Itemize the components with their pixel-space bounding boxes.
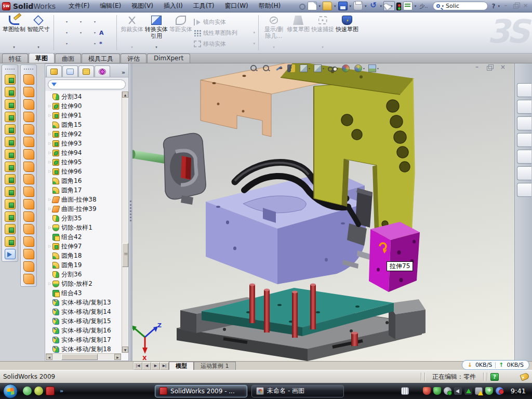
view-orientation-icon[interactable]: [300, 64, 308, 72]
delete-face-icon[interactable]: [23, 224, 34, 234]
planar-surface-icon[interactable]: [23, 162, 34, 172]
defender-shield-icon[interactable]: [485, 387, 493, 395]
knit-surface-icon[interactable]: [23, 137, 34, 147]
model-3d-view[interactable]: Y Z X: [132, 63, 514, 361]
sync-status-icon[interactable]: [496, 387, 503, 395]
combine-bodies-icon[interactable]: [5, 174, 16, 184]
feature-manager-tab[interactable]: [46, 65, 62, 77]
move-copy-body-icon[interactable]: [5, 199, 16, 209]
toolbar-row-button[interactable]: 移动实体▾: [194, 39, 255, 48]
doc-minimize-button[interactable]: –: [473, 64, 481, 71]
menu-item[interactable]: 插入(I): [159, 1, 188, 11]
ribbon-tab[interactable]: 草图: [29, 53, 55, 63]
apply-scene-icon[interactable]: [354, 64, 362, 72]
toolbar-button[interactable]: 快速捕捉: [311, 14, 335, 50]
feature-tree-item[interactable]: 实体-移动/复制13: [47, 298, 122, 307]
expand-arrow-icon[interactable]: ▷: [47, 104, 52, 108]
tree-filter-input[interactable]: [48, 79, 126, 89]
scrollbar-thumb[interactable]: [61, 354, 98, 360]
hide-show-items-icon[interactable]: [328, 64, 336, 72]
save-icon[interactable]: [338, 2, 348, 10]
print-icon[interactable]: [353, 2, 363, 10]
security-shield-icon[interactable]: [433, 387, 441, 395]
ribbon-tab[interactable]: 特征: [2, 54, 28, 63]
model-tab[interactable]: 运动算例 1: [194, 362, 236, 370]
feature-tree-item[interactable]: ▷拉伸95: [47, 157, 122, 167]
configuration-manager-tab[interactable]: [78, 65, 94, 77]
[object Object]-icon[interactable]: [71, 18, 79, 25]
feature-tree-item[interactable]: 分割36: [47, 270, 122, 279]
feature-tree-item[interactable]: ▷切除-放样2: [47, 279, 122, 288]
feature-tree-item[interactable]: 实体-移动/复制16: [47, 326, 122, 335]
toolbar-button[interactable]: 显示/删除几...: [262, 14, 286, 50]
feature-tree-item[interactable]: 组合43: [47, 288, 122, 298]
taskbar-task-button[interactable]: 未命名 - 画图: [251, 385, 344, 397]
[object Object]-icon[interactable]: [85, 40, 94, 47]
feature-tree-item[interactable]: 实体-移动/复制17: [47, 335, 122, 344]
custom-properties-icon[interactable]: [517, 183, 531, 197]
toolbar-button[interactable]: 剪裁实体: [120, 14, 144, 50]
select-tool-button[interactable]: ▾: [383, 1, 395, 11]
part-rail-right[interactable]: [389, 299, 425, 339]
feature-tree-item[interactable]: ▷曲面-拉伸39: [47, 204, 122, 214]
extrude-cut-icon[interactable]: [5, 87, 16, 97]
swept-surface-icon[interactable]: [23, 74, 34, 85]
expand-arrow-icon[interactable]: ▷: [47, 225, 52, 230]
doc-restore-button[interactable]: [486, 64, 494, 71]
feature-tree-item[interactable]: 分割34: [47, 92, 122, 101]
keyboard-icon[interactable]: [401, 387, 409, 395]
surface-flange-icon[interactable]: [23, 174, 34, 184]
[object Object]-icon[interactable]: [71, 29, 79, 36]
zoom-fit-icon[interactable]: [250, 64, 258, 72]
toolbar-row-button[interactable]: 镜向实体: [194, 17, 255, 26]
feature-tree-item[interactable]: ▷拉伸91: [47, 111, 122, 120]
expand-arrow-icon[interactable]: ▷: [47, 282, 52, 286]
upload-status-icon[interactable]: [464, 387, 472, 395]
display-style-icon[interactable]: [314, 64, 322, 72]
curved-surface-icon[interactable]: [23, 199, 34, 209]
feature-tree-item[interactable]: ▷拉伸93: [47, 139, 122, 148]
close-button[interactable]: ×: [521, 2, 530, 10]
cut-with-surface-icon[interactable]: [23, 211, 34, 222]
[object Object]-icon[interactable]: *: [99, 40, 108, 47]
part-clamp-unit[interactable]: [164, 134, 206, 205]
edit-appearance-icon[interactable]: [342, 64, 350, 72]
dimxpert-manager-tab[interactable]: [95, 65, 110, 77]
extend-surface-icon[interactable]: [23, 99, 34, 110]
reference-geometry-icon[interactable]: [23, 261, 34, 272]
quick-tips-icon[interactable]: ?: [490, 373, 499, 381]
undo-icon[interactable]: [369, 2, 378, 10]
graphics-area[interactable]: Y Z X ▾▾▾▾▾ – × 拉伸75: [132, 63, 514, 361]
[object Object]-icon[interactable]: [57, 29, 65, 36]
help-button[interactable]: ?: [492, 3, 496, 10]
offset-surface-icon[interactable]: [23, 149, 34, 159]
solidworks-icon[interactable]: [46, 387, 55, 395]
expand-arrow-icon[interactable]: ▷: [47, 160, 52, 164]
first-tab-icon[interactable]: |◀: [134, 362, 142, 370]
open-file-icon[interactable]: [323, 2, 332, 10]
cut-sweep-icon[interactable]: [5, 137, 16, 147]
toolbar-overflow-label[interactable]: 少..: [419, 3, 428, 10]
replace-face-icon[interactable]: [23, 236, 34, 247]
expand-arrow-icon[interactable]: ▷: [47, 244, 52, 248]
menu-item[interactable]: 文件(F): [64, 1, 94, 11]
feature-tree-item[interactable]: 圆角15: [47, 120, 122, 129]
filled-surface-icon[interactable]: [23, 249, 34, 259]
thicken-icon[interactable]: [23, 187, 34, 197]
scroll-down-icon[interactable]: ▼: [122, 347, 128, 353]
task-list-icon[interactable]: [403, 2, 413, 10]
feature-tree-item[interactable]: ▷拉伸97: [47, 242, 122, 251]
feature-tree-item[interactable]: ▷拉伸96: [47, 167, 122, 176]
boss-sweep-icon[interactable]: [5, 124, 16, 135]
boundary-surface-icon[interactable]: [23, 124, 34, 135]
spline-tool-icon[interactable]: [5, 236, 16, 247]
antivirus-shield-icon[interactable]: [423, 387, 431, 395]
toolbox-icon[interactable]: [517, 133, 531, 147]
minimize-button[interactable]: –: [501, 2, 510, 10]
traffic-light-icon[interactable]: [396, 3, 401, 10]
[object Object]-icon[interactable]: [99, 18, 108, 25]
feature-tree-item[interactable]: ▷切除-放样1: [47, 223, 122, 232]
ribbon-tab[interactable]: DimXpert: [147, 54, 190, 63]
menu-item[interactable]: 窗口(W): [220, 1, 252, 11]
feature-tree-item[interactable]: ▷曲面-拉伸38: [47, 195, 122, 204]
